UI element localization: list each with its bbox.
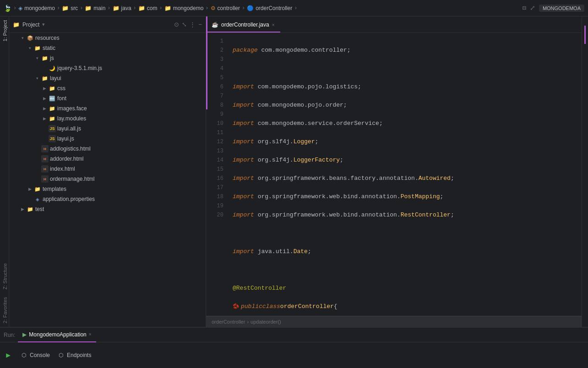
code-line-15: 🫘public class orderController { bbox=[233, 302, 582, 311]
file-index-icon: H bbox=[41, 165, 49, 173]
tree-item-layui[interactable]: ▾ 📁 layui bbox=[9, 73, 206, 83]
arrow-templates: ▶ bbox=[27, 186, 33, 192]
endpoints-icon: ⬡ bbox=[57, 352, 65, 359]
tree-item-lay-modules[interactable]: ▶ 📁 lay.modules bbox=[9, 114, 206, 124]
tree-item-js[interactable]: ▾ 📁 js bbox=[9, 53, 206, 63]
breadcrumb-com[interactable]: 📁 com bbox=[138, 5, 158, 11]
tree-item-resources[interactable]: ▾ 📦 resources bbox=[9, 33, 206, 43]
app-icon: 🍃 bbox=[4, 5, 11, 12]
tree-item-css[interactable]: ▶ 📁 css bbox=[9, 83, 206, 93]
breadcrumb-project[interactable]: ◈ mongodemo bbox=[18, 5, 55, 11]
folder-modules-icon: 📁 bbox=[49, 115, 56, 122]
app-tab-label: MongodemoApplication bbox=[29, 331, 86, 338]
code-line-9: import org.springframework.web.bind.anno… bbox=[233, 192, 582, 201]
app-tab-close[interactable]: × bbox=[89, 332, 92, 337]
structure-tab[interactable]: Z: Structure bbox=[0, 260, 9, 293]
editor-area: ☕ orderController.java × 1 2 3 4 5 6 7 8… bbox=[206, 16, 582, 327]
label-static: static bbox=[43, 45, 55, 51]
folder-css-icon: 📁 bbox=[49, 85, 56, 92]
tree-item-images-face[interactable]: ▶ 📁 images.face bbox=[9, 103, 206, 114]
label-addorder: addorder.html bbox=[50, 156, 83, 162]
arrow-test: ▶ bbox=[20, 206, 25, 212]
arrow-font: ▶ bbox=[42, 96, 47, 101]
tree-item-test[interactable]: ▶ 📁 test bbox=[9, 204, 206, 214]
breadcrumb-java[interactable]: 📁 java bbox=[113, 5, 131, 11]
console-action[interactable]: ⬡ Console bbox=[20, 352, 50, 359]
file-jquery-icon: 🌙 bbox=[49, 65, 56, 72]
editor-breadcrumb: orderController › updateorder() bbox=[206, 316, 582, 327]
label-layui: layui bbox=[50, 75, 61, 81]
tree-item-layui-js[interactable]: JS layui.js bbox=[9, 134, 206, 144]
code-line-13 bbox=[233, 265, 582, 275]
label-test: test bbox=[35, 206, 44, 212]
arrow-js: ▾ bbox=[34, 55, 40, 61]
app-run-icon: ▶ bbox=[22, 331, 27, 338]
sidebar-title: Project bbox=[22, 22, 39, 28]
code-line-6: import org.slf4j.Logger; bbox=[233, 137, 582, 146]
tree-item-jquery[interactable]: 🌙 jquery-3.5.1.min.js bbox=[9, 63, 206, 73]
label-jquery: jquery-3.5.1.min.js bbox=[57, 65, 102, 71]
folder-font-icon: 🔤 bbox=[49, 95, 56, 102]
arrow-static: ▾ bbox=[27, 45, 33, 51]
tree-item-ordermanage[interactable]: H ordermanage.html bbox=[9, 174, 206, 184]
layout-icon[interactable]: ⊟ bbox=[522, 4, 526, 12]
run-button[interactable]: ▶ bbox=[4, 351, 13, 360]
tab-ordercontroller[interactable]: ☕ orderController.java × bbox=[206, 18, 280, 32]
breadcrumb-ordercontroller[interactable]: 🔵 orderController bbox=[247, 5, 292, 11]
line-numbers: 1 2 3 4 5 6 7 8 9 10 11 12 13 14 15 16 1 bbox=[206, 33, 229, 316]
arrow-layui: ▾ bbox=[34, 76, 40, 81]
tree-item-templates[interactable]: ▶ 📁 templates bbox=[9, 184, 206, 194]
label-lay-modules: lay.modules bbox=[57, 115, 86, 122]
breadcrumb-src[interactable]: 📁 src bbox=[62, 5, 78, 11]
code-line-5: import com.mongodemo.service.orderServic… bbox=[233, 119, 582, 128]
label-addlogistics: addlogistics.html bbox=[50, 146, 91, 152]
code-line-1: package com.mongodemo.controller; bbox=[233, 46, 582, 55]
tree-item-index[interactable]: H index.html bbox=[9, 164, 206, 174]
label-layui-all: layui.all.js bbox=[57, 125, 81, 132]
sidebar-menu-icon[interactable]: ⋮ bbox=[190, 21, 196, 28]
breadcrumb-class: orderController bbox=[212, 319, 245, 325]
tree-item-addorder[interactable]: H addorder.html bbox=[9, 154, 206, 164]
code-editor[interactable]: 1 2 3 4 5 6 7 8 9 10 11 12 13 14 15 16 1 bbox=[206, 33, 582, 316]
breadcrumb-method: updateorder() bbox=[250, 319, 281, 325]
code-line-14: @RestController bbox=[233, 284, 582, 293]
arrow-css: ▶ bbox=[42, 86, 47, 91]
breadcrumb-mongodemo[interactable]: 📁 mongodemo bbox=[164, 5, 204, 11]
tree-item-addlogistics[interactable]: H addlogistics.html bbox=[9, 144, 206, 154]
arrow-lay-modules: ▶ bbox=[42, 116, 47, 121]
java-file-icon: ☕ bbox=[212, 22, 218, 28]
code-line-11 bbox=[233, 229, 582, 238]
code-line-7: import org.slf4j.LoggerFactory; bbox=[233, 156, 582, 165]
tab-close-btn[interactable]: × bbox=[272, 22, 275, 27]
folder-resources-icon: 📦 bbox=[27, 34, 34, 42]
code-line-10: import org.springframework.web.bind.anno… bbox=[233, 211, 582, 220]
code-line-3: import com.mongodemo.pojo.logistics; bbox=[233, 82, 582, 92]
endpoints-action[interactable]: ⬡ Endpoints bbox=[57, 352, 91, 359]
bookmark-icon[interactable]: ⤢ bbox=[530, 4, 535, 12]
file-layui-js-icon: JS bbox=[49, 135, 56, 142]
tree-item-layui-all[interactable]: JS layui.all.js bbox=[9, 124, 206, 134]
collapse-icon[interactable]: ⤡ bbox=[182, 21, 187, 28]
sidebar-minimize-icon[interactable]: − bbox=[198, 21, 202, 28]
editor-tab-bar: ☕ orderController.java × bbox=[206, 16, 582, 33]
folder-layui-icon: 📁 bbox=[41, 75, 49, 82]
breadcrumb-controller[interactable]: ⚙ controller bbox=[211, 5, 240, 11]
folder-templates-icon: 📁 bbox=[34, 185, 41, 193]
project-badge: MONGODEMOA bbox=[539, 5, 584, 12]
code-content[interactable]: package com.mongodemo.controller; import… bbox=[229, 33, 582, 316]
label-layui-js: layui.js bbox=[57, 135, 74, 142]
scroll-marker bbox=[584, 26, 586, 44]
folder-js-icon: 📁 bbox=[41, 54, 49, 62]
tree-item-font[interactable]: ▶ 🔤 font bbox=[9, 93, 206, 103]
project-tab[interactable]: 1: Project bbox=[0, 16, 9, 45]
folder-test-icon: 📁 bbox=[27, 206, 34, 213]
tree-item-static[interactable]: ▾ 📁 static bbox=[9, 43, 206, 53]
bottom-tab-app[interactable]: ▶ MongodemoApplication × bbox=[18, 328, 96, 342]
label-index: index.html bbox=[50, 166, 75, 172]
bottom-tab-bar: Run: ▶ MongodemoApplication × bbox=[0, 328, 588, 342]
locate-icon[interactable]: ⊙ bbox=[174, 21, 179, 28]
arrow-resources: ▾ bbox=[20, 35, 25, 41]
favorites-tab[interactable]: 2: Favorites bbox=[0, 293, 9, 327]
tree-item-application[interactable]: ◈ application.properties bbox=[9, 194, 206, 204]
breadcrumb-main[interactable]: 📁 main bbox=[85, 5, 105, 11]
